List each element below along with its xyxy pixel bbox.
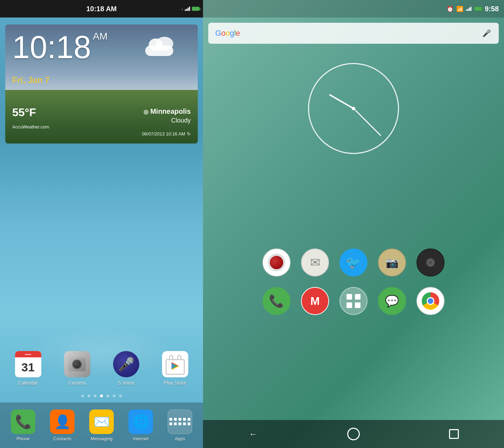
app-icon-camera[interactable]: Camera [64,351,90,386]
app-icon-phone-right[interactable]: 📞 [262,287,290,315]
app-icon-vsco[interactable] [262,248,290,276]
phone-right-icon: 📞 [269,294,284,308]
vsco-inner-icon [268,254,285,271]
status-time-left: 10:18 AM [86,5,117,13]
app-icon-sms[interactable]: 💬 [378,287,406,315]
messaging-label: Messaging [91,436,113,441]
right-panel: ⏰ 📶 9:58 Google 🎤 [203,0,504,448]
left-status-icons: ↓ [181,6,200,11]
weather-updated: 06/07/2013 10:16 AM ↻ [142,131,191,136]
app-icon-chrome[interactable] [416,287,444,315]
app-icon-vinyl[interactable] [416,248,444,276]
navigation-bar: ← [203,420,504,448]
messaging-envelope-icon: ✉️ [93,414,110,429]
back-button[interactable]: ← [243,425,264,443]
contacts-icon-img: 👤 [50,410,75,434]
vinyl-center-icon [426,258,435,267]
page-dot-4[interactable] [100,394,103,397]
weather-widget[interactable]: 10:18AM Fri, Jun 7 55°F AccuWeather.com … [5,24,198,144]
apps-grid-icon [169,418,190,425]
twitter-bird-icon: 🐦 [346,255,361,270]
recent-apps-button[interactable] [443,425,464,443]
page-dot-7[interactable] [119,394,122,397]
clock-widget [203,49,504,164]
contacts-label: Contacts [53,436,71,441]
dock-icon-apps[interactable]: Apps [168,410,192,441]
apps-dot-7 [174,422,177,425]
apps-dot-4 [183,418,186,421]
page-indicator [0,389,203,402]
svg-rect-3 [355,302,360,308]
app-dock: 📞 Phone 👤 Contacts ✉️ Messaging 🌐 Intern… [0,402,203,448]
dock-icon-phone[interactable]: 📞 Phone [11,410,35,441]
internet-label: Internet [133,436,148,441]
weather-clock-time: 10:18AM [12,31,107,63]
gmail-icon: M [310,295,320,308]
calendar-label: Calendar [18,380,38,386]
svoice-icon-img: 🎤 [113,351,139,377]
camera-vintage-icon: 📷 [386,257,399,269]
grid-icon [346,293,361,309]
camera-lens [72,359,82,369]
google-search-bar[interactable]: Google 🎤 [208,23,499,44]
cloud-graphic [145,38,177,56]
apps-dot-2 [174,418,177,421]
chrome-wheel-icon [422,292,439,310]
dock-icon-messaging[interactable]: ✉️ Messaging [89,410,114,441]
page-dot-1[interactable] [81,394,84,397]
app-icon-twitter[interactable]: 🐦 [340,248,368,276]
playstore-label: Play Store [164,380,187,386]
location-icon: ◎ [144,109,148,115]
home-button[interactable] [343,425,364,443]
download-icon: ↓ [181,6,183,11]
play-bag [166,354,185,375]
camera-body [68,357,86,371]
app-icon-gmail[interactable]: M [301,287,329,315]
clock-center [352,107,355,110]
recent-square-icon [449,429,459,439]
phone-icon-img: 📞 [11,410,35,434]
home-circle-icon [347,428,360,440]
messaging-icon-img: ✉️ [89,410,114,434]
weather-location: ◎ Minneapolis [144,107,191,115]
app-icon-camera2[interactable]: 📷 [378,248,406,276]
sms-bubble-icon: 💬 [385,294,399,308]
phone-icon: 📞 [15,414,31,429]
battery-icon [192,7,200,11]
page-dot-5[interactable] [106,394,109,397]
page-dot-3[interactable] [94,394,97,397]
weather-condition: Cloudy [171,117,191,124]
svg-rect-1 [355,294,360,300]
right-app-row-1: ✉ 🐦 📷 [224,248,483,276]
app-icon-calendar[interactable]: ▪▪▪▪▪ 31 Calendar [15,351,41,386]
app-icon-email[interactable]: ✉ [301,248,329,276]
dock-icon-contacts[interactable]: 👤 Contacts [50,410,75,441]
contacts-person-icon: 👤 [54,414,71,429]
status-bar-right: ⏰ 📶 9:58 [203,0,504,18]
app-icon-launcher[interactable] [340,287,368,315]
refresh-icon[interactable]: ↻ [187,131,191,136]
microphone-search-icon[interactable]: 🎤 [481,28,492,38]
alarm-icon: ⏰ [447,6,454,12]
wifi-icon: 📶 [456,6,463,12]
apps-dot-10 [188,422,190,425]
weather-source: AccuWeather.com [12,124,49,130]
right-app-rows: ✉ 🐦 📷 📞 M [203,241,504,322]
apps-dot-8 [178,422,181,425]
playstore-icon-img [162,351,188,377]
calendar-header: ▪▪▪▪▪ [15,351,41,357]
app-icon-svoice[interactable]: 🎤 S Voice [113,351,139,386]
apps-dot-3 [178,418,181,421]
calendar-icon-img: ▪▪▪▪▪ 31 [15,351,41,377]
left-panel: ↓ 10:18 AM 10:18AM Fri, Jun 7 55 [0,0,203,448]
dock-icon-internet[interactable]: 🌐 Internet [128,410,153,441]
analog-clock [308,63,399,154]
app-icon-playstore[interactable]: Play Store [162,351,188,386]
internet-icon-img: 🌐 [128,410,153,434]
page-dot-2[interactable] [88,394,90,397]
svg-rect-2 [346,302,352,308]
apps-dot-5 [188,418,190,421]
page-dot-6[interactable] [113,394,115,397]
google-logo: Google [215,29,240,38]
weather-temperature: 55°F [12,106,36,119]
